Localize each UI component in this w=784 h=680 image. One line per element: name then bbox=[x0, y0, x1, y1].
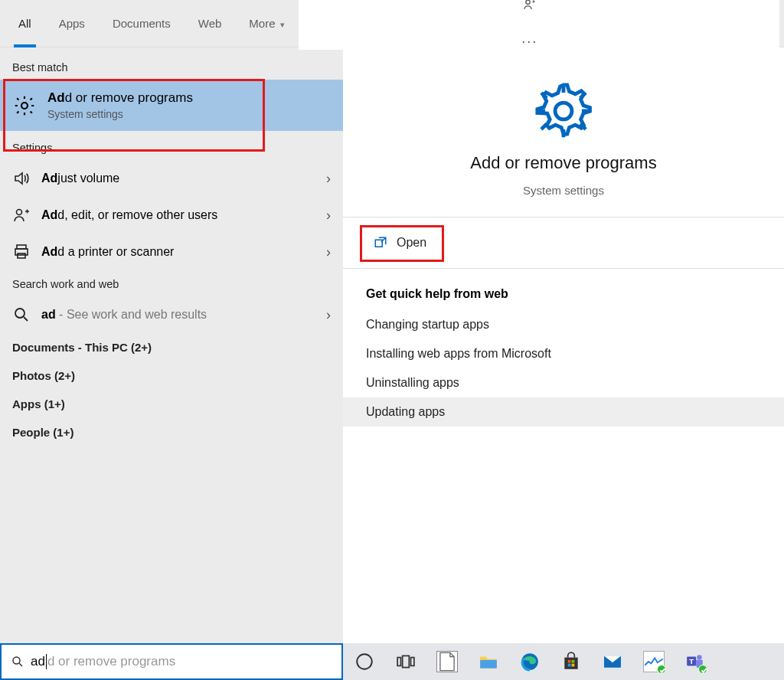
preview-subtitle: System settings bbox=[523, 184, 604, 197]
svg-rect-20 bbox=[572, 664, 575, 667]
tab-web[interactable]: Web bbox=[185, 0, 236, 47]
taskbar: T bbox=[343, 643, 784, 680]
scope-apps[interactable]: Apps (1+) bbox=[0, 390, 343, 418]
svg-rect-13 bbox=[411, 658, 414, 666]
result-label: Add a printer or scanner bbox=[41, 245, 315, 259]
svg-rect-18 bbox=[572, 660, 575, 663]
result-title: Add or remove programs bbox=[47, 90, 193, 106]
gear-icon bbox=[532, 80, 595, 142]
tab-more[interactable]: More▾ bbox=[235, 0, 298, 47]
taskbar-monitor-app[interactable] bbox=[639, 646, 669, 677]
section-settings: Settings bbox=[0, 131, 343, 160]
help-link-install-web-apps[interactable]: Installing web apps from Microsoft bbox=[366, 339, 784, 368]
svg-point-7 bbox=[555, 103, 572, 119]
gear-icon bbox=[12, 93, 37, 118]
result-adjust-volume[interactable]: Adjust volume › bbox=[0, 160, 343, 197]
svg-rect-5 bbox=[18, 253, 25, 258]
svg-rect-8 bbox=[375, 240, 382, 247]
result-add-edit-users[interactable]: Add, edit, or remove other users › bbox=[0, 197, 343, 234]
chevron-down-icon: ▾ bbox=[280, 20, 285, 29]
taskbar-file-explorer[interactable] bbox=[473, 646, 504, 677]
search-text: add or remove programs bbox=[31, 654, 175, 669]
open-external-icon bbox=[374, 236, 387, 250]
result-label: Add, edit, or remove other users bbox=[41, 208, 315, 222]
taskbar-task-view[interactable] bbox=[390, 646, 421, 677]
svg-rect-12 bbox=[403, 655, 410, 667]
taskbar-edge[interactable] bbox=[514, 646, 545, 677]
svg-point-9 bbox=[13, 657, 20, 664]
scope-documents[interactable]: Documents - This PC (2+) bbox=[0, 333, 343, 361]
more-options-icon[interactable]: ··· bbox=[522, 34, 537, 50]
volume-icon bbox=[12, 169, 31, 188]
bottom-bar: add or remove programs bbox=[0, 643, 784, 680]
tab-documents[interactable]: Documents bbox=[99, 0, 185, 47]
tab-all[interactable]: All bbox=[5, 0, 45, 47]
result-subtitle: System settings bbox=[47, 108, 193, 120]
svg-point-24 bbox=[697, 655, 702, 660]
preview-panel: Add or remove programs System settings O… bbox=[343, 47, 784, 643]
scope-photos[interactable]: Photos (2+) bbox=[0, 361, 343, 390]
svg-rect-14 bbox=[480, 660, 497, 669]
svg-point-2 bbox=[17, 210, 22, 215]
result-web-search[interactable]: ad - See work and web results › bbox=[0, 296, 343, 333]
quick-help-title: Get quick help from web bbox=[366, 287, 784, 310]
result-add-remove-programs[interactable]: Add or remove programs System settings bbox=[0, 80, 343, 131]
svg-point-1 bbox=[21, 103, 28, 109]
printer-icon bbox=[12, 243, 31, 261]
result-label: Adjust volume bbox=[41, 172, 315, 185]
chevron-right-icon: › bbox=[326, 208, 331, 224]
chevron-right-icon: › bbox=[326, 171, 331, 187]
svg-point-6 bbox=[15, 309, 24, 318]
status-ok-badge bbox=[698, 665, 707, 674]
tab-apps[interactable]: Apps bbox=[45, 0, 99, 47]
svg-rect-17 bbox=[568, 660, 571, 663]
preview-title: Add or remove programs bbox=[470, 153, 656, 173]
section-search-work-web: Search work and web bbox=[0, 270, 343, 296]
svg-text:T: T bbox=[689, 657, 694, 665]
help-link-uninstall-apps[interactable]: Uninstalling apps bbox=[366, 368, 784, 397]
results-panel: Best match Add or remove programs System… bbox=[0, 47, 343, 643]
svg-point-0 bbox=[526, 0, 530, 4]
taskbar-teams[interactable]: T bbox=[680, 646, 710, 677]
account-icon[interactable] bbox=[522, 0, 537, 13]
help-link-startup-apps[interactable]: Changing startup apps bbox=[366, 310, 784, 339]
search-icon bbox=[12, 306, 31, 324]
scope-people[interactable]: People (1+) bbox=[0, 418, 343, 446]
svg-rect-19 bbox=[568, 664, 571, 667]
result-label: ad - See work and web results bbox=[41, 308, 315, 322]
section-best-match: Best match bbox=[0, 52, 343, 80]
svg-rect-16 bbox=[564, 658, 577, 669]
status-ok-badge bbox=[657, 665, 666, 674]
chevron-right-icon: › bbox=[326, 307, 331, 323]
chevron-right-icon: › bbox=[326, 244, 331, 260]
svg-point-10 bbox=[357, 654, 372, 669]
open-label: Open bbox=[397, 236, 426, 250]
result-add-printer[interactable]: Add a printer or scanner › bbox=[0, 234, 343, 270]
taskbar-mail[interactable] bbox=[597, 646, 628, 677]
search-icon bbox=[11, 655, 24, 669]
search-input[interactable]: add or remove programs bbox=[0, 643, 343, 680]
svg-rect-11 bbox=[397, 658, 400, 666]
search-filter-tabs: All Apps Documents Web More▾ ··· bbox=[0, 0, 784, 47]
taskbar-store[interactable] bbox=[556, 646, 586, 677]
users-icon bbox=[12, 206, 31, 224]
help-link-updating-apps[interactable]: Updating apps bbox=[343, 397, 784, 427]
open-button[interactable]: Open bbox=[366, 231, 434, 254]
taskbar-libreoffice[interactable] bbox=[432, 646, 462, 677]
taskbar-cortana[interactable] bbox=[349, 646, 380, 677]
